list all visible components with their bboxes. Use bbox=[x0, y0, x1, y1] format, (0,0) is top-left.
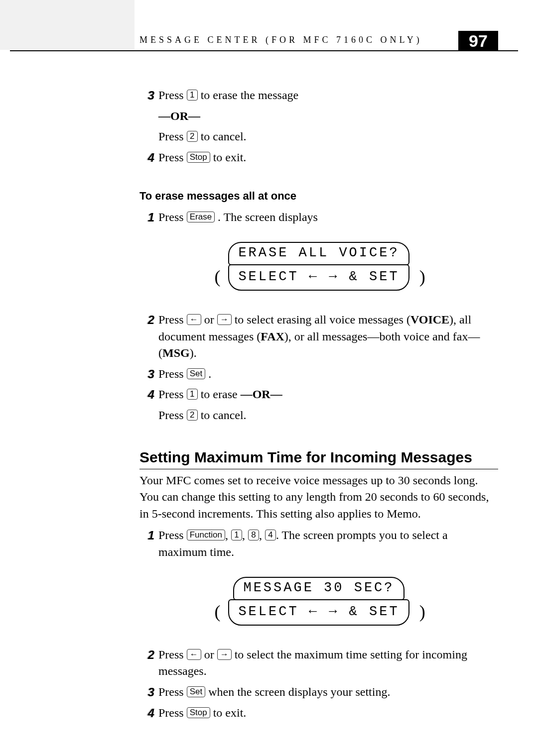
text: . bbox=[208, 367, 211, 380]
text: Press bbox=[158, 89, 187, 102]
text: Press bbox=[158, 648, 187, 661]
text: , bbox=[242, 529, 248, 541]
step-number: 4 bbox=[139, 386, 154, 403]
main-content: 3 Press 1 to erase the message —OR— Pres… bbox=[139, 87, 498, 725]
lcd-tail-left-icon: ( bbox=[214, 264, 220, 289]
text: when the screen displays your setting. bbox=[208, 685, 390, 698]
lcd-line-2: SELECT ← → & SET bbox=[228, 264, 409, 291]
key-right-arrow: → bbox=[217, 314, 232, 325]
text: Press bbox=[158, 409, 187, 422]
text: ). bbox=[190, 346, 197, 359]
key-set: Set bbox=[187, 368, 206, 379]
lcd-line-1: ERASE ALL VOICE? bbox=[228, 242, 409, 266]
b-step-1: 1 Press Erase . The screen displays bbox=[139, 209, 498, 226]
key-stop: Stop bbox=[187, 152, 210, 163]
lcd-tail-right-icon: ) bbox=[419, 264, 425, 289]
step-number: 3 bbox=[139, 366, 154, 383]
lcd-line-2: SELECT ← → & SET bbox=[228, 599, 409, 626]
side-margin-strip bbox=[0, 0, 134, 50]
text: . The screen displays bbox=[218, 211, 318, 223]
subheading-erase-all: To erase messages all at once bbox=[139, 189, 498, 204]
key-function: Function bbox=[187, 530, 225, 540]
step-number: 3 bbox=[139, 87, 154, 104]
key-1: 1 bbox=[187, 90, 198, 101]
voice-bold: VOICE bbox=[410, 313, 449, 326]
key-stop: Stop bbox=[187, 707, 210, 718]
key-right-arrow: → bbox=[217, 649, 232, 660]
c-step-4: 4 Press Stop to exit. bbox=[139, 705, 498, 722]
key-8: 8 bbox=[248, 530, 259, 540]
key-4: 4 bbox=[265, 530, 276, 540]
section-intro: Your MFC comes set to receive voice mess… bbox=[139, 472, 498, 523]
text: Press bbox=[158, 529, 187, 541]
text: or bbox=[204, 313, 217, 326]
step-number: 4 bbox=[139, 149, 154, 166]
b-step-2: 2 Press ← or → to select erasing all voi… bbox=[139, 312, 498, 362]
b-step-3: 3 Press Set . bbox=[139, 366, 498, 383]
lcd-line-1: MESSAGE 30 SEC? bbox=[233, 577, 404, 601]
step-number: 4 bbox=[139, 705, 154, 722]
or-inline: —OR— bbox=[241, 388, 282, 401]
key-erase: Erase bbox=[187, 212, 215, 222]
text: to cancel. bbox=[201, 130, 247, 143]
text: to select erasing all voice messages ( bbox=[235, 313, 410, 326]
key-2: 2 bbox=[187, 131, 198, 142]
page-number-badge: 97 bbox=[458, 31, 498, 51]
section-heading-max-time: Setting Maximum Time for Incoming Messag… bbox=[139, 447, 498, 469]
key-1: 1 bbox=[187, 389, 198, 400]
step-4: 4 Press Stop to exit. bbox=[139, 149, 498, 166]
lcd-display-msgtime: ( ) MESSAGE 30 SEC? SELECT ← → & SET bbox=[139, 572, 498, 633]
msg-bold: MSG bbox=[162, 346, 190, 359]
step-number: 1 bbox=[139, 209, 154, 226]
b-step-4-alt: Press 2 to cancel. bbox=[158, 407, 498, 424]
step-3-alt: Press 2 to cancel. bbox=[158, 128, 498, 145]
page: MESSAGE CENTER (FOR MFC 7160C ONLY) 97 3… bbox=[0, 0, 538, 756]
text: , bbox=[225, 529, 231, 541]
text: Press bbox=[158, 130, 187, 143]
text: to exit. bbox=[213, 151, 247, 164]
step-3: 3 Press 1 to erase the message bbox=[139, 87, 498, 104]
lcd-tail-left-icon: ( bbox=[214, 599, 220, 624]
or-line: —OR— bbox=[158, 108, 498, 125]
fax-bold: FAX bbox=[261, 330, 284, 343]
running-header: MESSAGE CENTER (FOR MFC 7160C ONLY) bbox=[139, 35, 422, 45]
header-rule bbox=[10, 50, 518, 51]
step-number: 1 bbox=[139, 527, 154, 544]
key-set: Set bbox=[187, 686, 206, 697]
text: , bbox=[259, 529, 265, 541]
text: Press bbox=[158, 151, 187, 164]
c-step-2: 2 Press ← or → to select the maximum tim… bbox=[139, 647, 498, 680]
b-step-4: 4 Press 1 to erase —OR— bbox=[139, 386, 498, 403]
step-number: 2 bbox=[139, 312, 154, 328]
text: to erase bbox=[201, 388, 241, 401]
key-2: 2 bbox=[187, 410, 198, 421]
text: or bbox=[204, 648, 217, 661]
key-left-arrow: ← bbox=[187, 314, 201, 325]
lcd-display-erase: ( ) ERASE ALL VOICE? SELECT ← → & SET bbox=[139, 237, 498, 298]
text: Press bbox=[158, 313, 187, 326]
step-number: 2 bbox=[139, 647, 154, 663]
text: Press bbox=[158, 211, 187, 223]
step-number: 3 bbox=[139, 684, 154, 701]
lcd-tail-right-icon: ) bbox=[419, 599, 425, 624]
text: Press bbox=[158, 367, 187, 380]
c-step-1: 1 Press Function, 1, 8, 4. The screen pr… bbox=[139, 527, 498, 560]
key-1: 1 bbox=[231, 530, 242, 540]
text: to exit. bbox=[213, 706, 247, 719]
text: Press bbox=[158, 685, 187, 698]
text: to erase the message bbox=[201, 89, 299, 102]
text: Press bbox=[158, 388, 187, 401]
text: to cancel. bbox=[201, 409, 247, 422]
key-left-arrow: ← bbox=[187, 649, 201, 660]
c-step-3: 3 Press Set when the screen displays you… bbox=[139, 684, 498, 701]
text: Press bbox=[158, 706, 187, 719]
